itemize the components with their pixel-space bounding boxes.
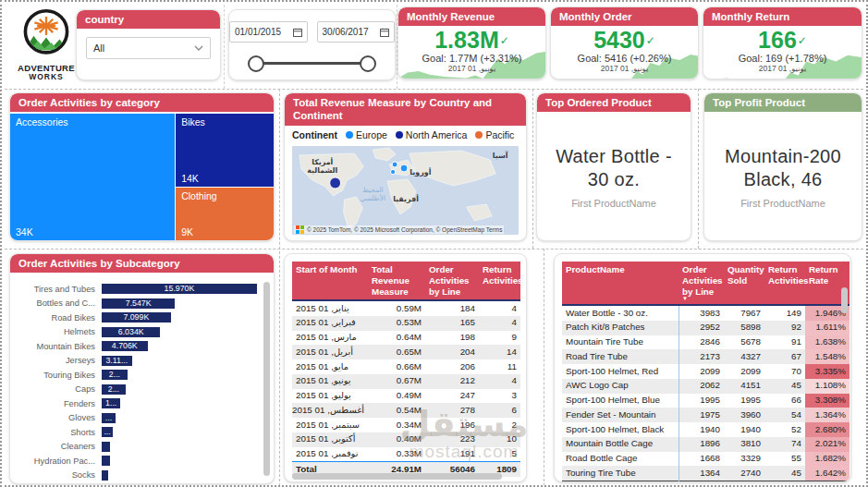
map-bubble-europe[interactable] — [391, 169, 396, 174]
col-header-quantity-sold[interactable]: Quantity Sold — [724, 262, 764, 305]
tile-value: 9K — [181, 226, 193, 237]
slider-handle-start[interactable] — [248, 55, 264, 72]
top-ordered-title: Top Ordered Product — [537, 93, 691, 112]
value-cell: 92 — [764, 321, 805, 335]
col-header-order-activities[interactable]: Order Activities by Line▼ — [679, 262, 724, 305]
return-rate-cell: 2.021% — [805, 437, 850, 452]
calendar-icon — [380, 28, 389, 37]
bar[interactable]: 2... — [102, 370, 128, 380]
bar[interactable]: 3.11... — [102, 356, 132, 366]
treemap-tile-bikes[interactable]: Bikes 14K — [176, 114, 274, 187]
bar[interactable]: ... — [102, 413, 116, 423]
table-row[interactable]: Fender Set - Mountain19753960541.364% — [562, 408, 850, 422]
country-dropdown[interactable]: All — [86, 37, 211, 59]
bar[interactable]: 4.706K — [102, 341, 148, 351]
month-cell: نوفمبر, 01 2015 — [292, 447, 368, 462]
bar[interactable]: 1... — [102, 398, 120, 408]
bar[interactable] — [102, 470, 108, 481]
table-row[interactable]: مارس, 01 20150.64M1989 — [292, 331, 520, 346]
bar[interactable]: 6.034K — [102, 327, 160, 337]
month-cell: مايو, 01 2015 — [292, 359, 368, 374]
table-row[interactable]: سبتمبر, 01 20150.34M1962 — [292, 418, 520, 432]
table-row[interactable]: يونيو, 01 20150.67M2124 — [292, 374, 520, 389]
bar[interactable]: ... — [102, 427, 113, 437]
date-start-input[interactable]: 01/01/2015 — [229, 21, 308, 43]
bar[interactable] — [102, 442, 110, 452]
table-row[interactable]: Road Tire Tube21734327671.548% — [562, 349, 850, 364]
table-row[interactable]: Touring Tire Tube13642740451.642% — [562, 466, 850, 481]
map-bubble-north-america[interactable] — [330, 177, 341, 189]
treemap-title: Order Activities by category — [10, 93, 274, 112]
product-table-scrollbar[interactable] — [841, 287, 848, 313]
table-row[interactable]: يوليو, 01 20150.49M2473 — [292, 389, 520, 404]
bar[interactable]: 7.547K — [102, 298, 175, 309]
logo-text-line2: WORKS — [16, 73, 77, 81]
date-range-slider[interactable] — [246, 48, 378, 79]
col-header-return-activities[interactable]: Return Activities — [479, 262, 520, 300]
col-header-return-activities[interactable]: Return Activities — [764, 262, 805, 305]
microsoft-logo-icon — [296, 225, 304, 234]
bar[interactable]: 15.970K — [102, 284, 257, 294]
kpi-date: يونيو, 01 2017 — [703, 64, 862, 73]
bar-track: ... — [102, 427, 257, 437]
top-ordered-product-card: Top Ordered Product Water Bottle - 30 oz… — [536, 92, 691, 241]
top-profit-value: Mountain-200 Black, 46 — [714, 145, 852, 191]
col-header-product-name[interactable]: ProductName — [562, 262, 679, 305]
table-row[interactable]: نوفمبر, 01 20150.33M1915 — [292, 447, 520, 462]
bar-chart-scrollbar[interactable] — [263, 282, 270, 476]
date-end-input[interactable]: 30/06/2017 — [317, 21, 396, 43]
bar-value-label: 2... — [102, 370, 128, 380]
value-cell: 0.64M — [368, 331, 425, 346]
table-row[interactable]: Mountain Tire Tube28465678911.638% — [562, 335, 850, 350]
slider-handle-end[interactable] — [360, 55, 376, 72]
table-row[interactable]: Patch Kit/8 Patches29525898921.611% — [562, 321, 850, 335]
slider-track[interactable] — [253, 62, 371, 65]
month-cell: يناير, 01 2015 — [292, 300, 368, 316]
legend-item-north-america[interactable]: North America — [396, 129, 468, 140]
bar[interactable]: 2... — [102, 384, 126, 395]
bar-category-label: Socks — [16, 470, 102, 480]
legend-item-pacific[interactable]: Pacific — [475, 129, 514, 140]
country-dropdown-value: All — [93, 43, 104, 54]
map-bubble-europe[interactable] — [392, 162, 397, 167]
col-header-total-revenue[interactable]: Total Revenue Measure — [368, 262, 425, 300]
table-row[interactable]: Sport-100 Helmet, Red20992099703.335% — [562, 364, 850, 379]
table-row[interactable]: مايو, 01 20150.66M20611 — [292, 359, 520, 374]
col-header-order-activities[interactable]: Order Activities by Line — [425, 262, 479, 300]
table-row[interactable]: أبريل, 01 20150.65M20414 — [292, 345, 520, 359]
product-name-cell: Patch Kit/8 Patches — [562, 321, 679, 335]
tile-value: 14K — [181, 173, 199, 184]
treemap-tile-clothing[interactable]: Clothing 9K — [176, 188, 274, 240]
calendar-icon — [293, 28, 302, 37]
map-bubble-europe[interactable] — [400, 164, 408, 172]
table-row[interactable]: فبراير, 01 20150.53M1654 — [292, 316, 520, 331]
bar[interactable] — [102, 456, 110, 466]
value-cell: 2173 — [679, 349, 724, 364]
section-divider — [5, 249, 863, 250]
table-row[interactable]: Mountain Bottle Cage18963810742.021% — [562, 437, 850, 452]
map-legend: Continent Europe North America Pacific — [285, 126, 526, 142]
table-row[interactable]: Road Bottle Cage16683329551.682% — [562, 452, 850, 467]
legend-item-europe[interactable]: Europe — [346, 129, 387, 140]
table-row[interactable]: يناير, 01 20150.59M1844 — [292, 300, 520, 316]
value-cell: 1995 — [679, 394, 724, 408]
map-label-atlantic-1: المحيط — [362, 186, 384, 194]
table-row[interactable]: Sport-100 Helmet, Blue19951995663.308% — [562, 394, 850, 408]
col-header-start-of-month[interactable]: Start of Month — [292, 262, 368, 300]
table-row[interactable]: Sport-100 Helmet, Black19401940522.680% — [562, 422, 850, 437]
table-row[interactable]: أكتوبر, 01 20150.40M22310 — [292, 432, 520, 447]
map-canvas[interactable]: أمريكا الشمالية أوروبا آسيا أفريقيا المح… — [292, 146, 519, 235]
table-row[interactable]: أغسطس, 01 20150.54M2786 — [292, 403, 520, 418]
value-cell: 149 — [764, 305, 805, 321]
bar-value-label: 3.11... — [102, 356, 132, 366]
bar-value-label: 6.034K — [102, 327, 160, 337]
country-slicer-header: country — [77, 10, 220, 29]
kpi-title: Monthly Order — [551, 7, 698, 26]
treemap-tile-accessories[interactable]: Accessories 34K — [10, 114, 175, 240]
table-row[interactable]: AWC Logo Cap20624151451.108% — [562, 379, 850, 394]
value-cell: 212 — [425, 374, 479, 389]
table-row[interactable]: Water Bottle - 30 oz.398379671491.946% — [562, 305, 850, 321]
bar-row: Bottles and C...7.547K — [16, 297, 257, 311]
bar[interactable]: 7.099K — [102, 312, 171, 323]
monthly-table-hscrollbar[interactable] — [292, 473, 502, 480]
